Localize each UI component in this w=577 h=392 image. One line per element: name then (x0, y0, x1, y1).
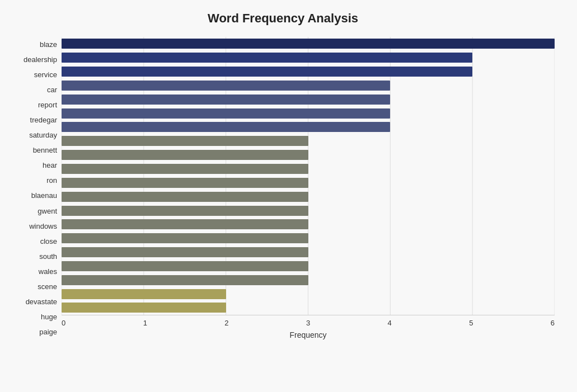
bar (62, 122, 390, 132)
bar-row (62, 177, 555, 189)
chart-area: blazedealershipservicecarreporttredegars… (11, 37, 555, 339)
y-label: wales (39, 268, 57, 275)
bar (62, 233, 308, 243)
bar (62, 108, 390, 119)
x-tick: 2 (224, 319, 228, 327)
grid-lines (62, 37, 555, 315)
bar (62, 219, 308, 229)
x-axis: 0123456 (62, 315, 555, 327)
bar-row (62, 260, 555, 272)
bar-row (62, 205, 555, 217)
bar-row (62, 51, 555, 64)
bar (62, 206, 308, 216)
bar (62, 275, 308, 285)
y-axis-labels: blazedealershipservicecarreporttredegars… (11, 37, 62, 339)
bar-row (62, 246, 555, 258)
x-tick: 5 (469, 319, 473, 327)
y-label: tredegar (30, 116, 57, 124)
x-axis-label: Frequency (62, 330, 555, 339)
y-label: hear (43, 162, 57, 169)
bar-row (62, 65, 555, 78)
x-tick: 1 (143, 319, 147, 327)
y-label: close (40, 238, 57, 245)
bar (62, 192, 308, 202)
y-label: gwent (37, 207, 57, 215)
bar (62, 67, 472, 77)
bar (62, 289, 226, 299)
y-label: dealership (24, 56, 57, 63)
bar (62, 178, 308, 188)
y-label: service (34, 71, 57, 78)
chart-container: Word Frequency Analysis blazedealerships… (0, 0, 577, 392)
y-label: south (39, 253, 57, 260)
bar-row (62, 149, 555, 161)
bar-row (62, 218, 555, 230)
bar (62, 303, 226, 313)
x-tick: 6 (551, 319, 555, 327)
bar-row (62, 93, 555, 106)
y-label: bennett (33, 147, 57, 154)
bar (62, 136, 308, 146)
x-tick: 4 (388, 319, 392, 327)
bar (62, 95, 390, 105)
bar-row (62, 301, 555, 314)
bar (62, 81, 390, 91)
bar (62, 261, 308, 271)
bar (62, 164, 308, 174)
x-tick: 0 (62, 319, 65, 327)
bar-row (62, 288, 555, 300)
bar-row (62, 79, 555, 92)
y-label: car (47, 86, 57, 93)
bars-wrapper (62, 37, 555, 315)
bar-row (62, 232, 555, 244)
bar (62, 150, 308, 160)
bars-and-axes: 0123456 Frequency (62, 37, 555, 339)
bar-row (62, 121, 555, 133)
bar (62, 39, 555, 49)
y-label: ron (46, 177, 57, 184)
bar-row (62, 37, 555, 50)
bar-row (62, 135, 555, 147)
x-tick: 3 (306, 319, 310, 327)
y-label: windows (29, 223, 57, 230)
y-label: blaze (40, 41, 57, 48)
y-label: report (38, 101, 57, 108)
bar (62, 53, 472, 63)
y-label: blaenau (31, 192, 57, 199)
y-label: huge (41, 313, 57, 320)
chart-title: Word Frequency Analysis (11, 11, 555, 26)
bar-row (62, 107, 555, 120)
y-label: scene (37, 283, 57, 290)
bar (62, 247, 308, 257)
bar-row (62, 163, 555, 175)
y-label: saturday (29, 131, 57, 139)
bar-row (62, 191, 555, 203)
bar-row (62, 274, 555, 286)
y-label: devastate (26, 298, 57, 305)
y-label: paige (39, 328, 57, 336)
